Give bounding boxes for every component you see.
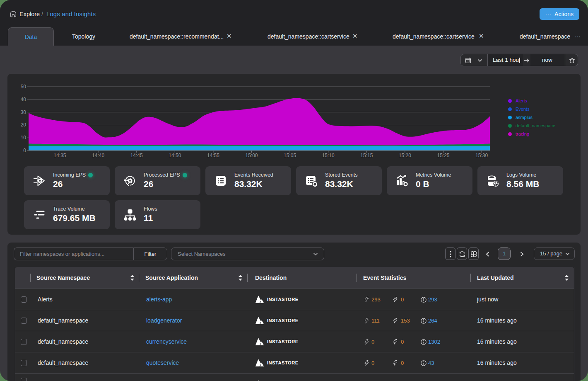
svg-text:14:55: 14:55 [207,153,219,158]
svg-text:15:25: 15:25 [437,153,449,158]
svg-text:15:00: 15:00 [245,153,258,158]
svg-text:30: 30 [21,109,27,115]
svg-text:15:10: 15:10 [322,153,335,158]
svg-text:14:50: 14:50 [169,153,181,158]
svg-text:20: 20 [21,122,27,128]
svg-text:15:20: 15:20 [399,153,411,158]
svg-text:15:30: 15:30 [475,153,488,158]
svg-text:0: 0 [23,148,26,153]
svg-text:15:05: 15:05 [284,153,296,158]
svg-text:10: 10 [21,135,27,141]
svg-text:40: 40 [21,97,27,102]
svg-text:15:15: 15:15 [360,153,373,158]
svg-text:14:45: 14:45 [130,153,143,158]
svg-text:50: 50 [21,84,27,90]
svg-text:14:40: 14:40 [92,153,104,158]
svg-text:14:35: 14:35 [53,153,66,158]
